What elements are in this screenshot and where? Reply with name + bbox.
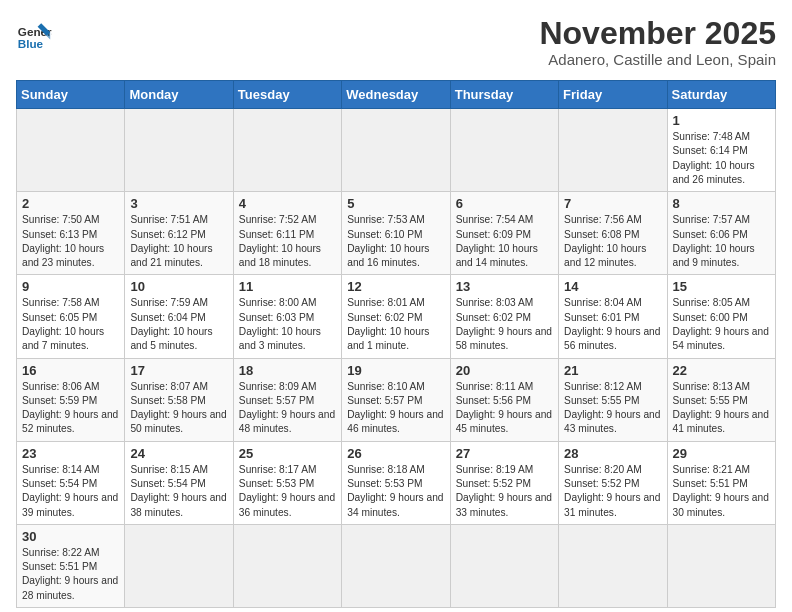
weekday-header-wednesday: Wednesday <box>342 81 450 109</box>
calendar-cell: 5Sunrise: 7:53 AMSunset: 6:10 PMDaylight… <box>342 192 450 275</box>
day-info: Sunrise: 8:18 AMSunset: 5:53 PMDaylight:… <box>347 464 443 518</box>
calendar-cell <box>17 109 125 192</box>
day-info: Sunrise: 8:07 AMSunset: 5:58 PMDaylight:… <box>130 381 226 435</box>
day-number: 10 <box>130 279 227 294</box>
day-number: 25 <box>239 446 336 461</box>
calendar-cell: 14Sunrise: 8:04 AMSunset: 6:01 PMDayligh… <box>559 275 667 358</box>
weekday-header-friday: Friday <box>559 81 667 109</box>
day-number: 9 <box>22 279 119 294</box>
day-info: Sunrise: 8:17 AMSunset: 5:53 PMDaylight:… <box>239 464 335 518</box>
calendar-cell: 15Sunrise: 8:05 AMSunset: 6:00 PMDayligh… <box>667 275 775 358</box>
day-info: Sunrise: 8:09 AMSunset: 5:57 PMDaylight:… <box>239 381 335 435</box>
calendar-cell: 20Sunrise: 8:11 AMSunset: 5:56 PMDayligh… <box>450 358 558 441</box>
day-number: 1 <box>673 113 770 128</box>
day-info: Sunrise: 7:57 AMSunset: 6:06 PMDaylight:… <box>673 214 755 268</box>
weekday-header-sunday: Sunday <box>17 81 125 109</box>
day-info: Sunrise: 7:52 AMSunset: 6:11 PMDaylight:… <box>239 214 321 268</box>
day-info: Sunrise: 7:53 AMSunset: 6:10 PMDaylight:… <box>347 214 429 268</box>
day-number: 17 <box>130 363 227 378</box>
calendar-cell: 24Sunrise: 8:15 AMSunset: 5:54 PMDayligh… <box>125 441 233 524</box>
generalblue-logo-icon: General Blue <box>16 16 52 52</box>
day-info: Sunrise: 8:04 AMSunset: 6:01 PMDaylight:… <box>564 297 660 351</box>
calendar-cell: 26Sunrise: 8:18 AMSunset: 5:53 PMDayligh… <box>342 441 450 524</box>
day-number: 26 <box>347 446 444 461</box>
day-number: 13 <box>456 279 553 294</box>
calendar-cell: 27Sunrise: 8:19 AMSunset: 5:52 PMDayligh… <box>450 441 558 524</box>
calendar-cell <box>233 524 341 607</box>
calendar-cell <box>125 109 233 192</box>
day-info: Sunrise: 7:59 AMSunset: 6:04 PMDaylight:… <box>130 297 212 351</box>
day-info: Sunrise: 8:10 AMSunset: 5:57 PMDaylight:… <box>347 381 443 435</box>
weekday-header-thursday: Thursday <box>450 81 558 109</box>
day-info: Sunrise: 8:00 AMSunset: 6:03 PMDaylight:… <box>239 297 321 351</box>
day-number: 15 <box>673 279 770 294</box>
calendar-cell: 21Sunrise: 8:12 AMSunset: 5:55 PMDayligh… <box>559 358 667 441</box>
calendar-cell: 23Sunrise: 8:14 AMSunset: 5:54 PMDayligh… <box>17 441 125 524</box>
calendar-cell: 19Sunrise: 8:10 AMSunset: 5:57 PMDayligh… <box>342 358 450 441</box>
calendar-cell <box>342 524 450 607</box>
day-number: 11 <box>239 279 336 294</box>
logo: General Blue <box>16 16 52 52</box>
day-info: Sunrise: 8:14 AMSunset: 5:54 PMDaylight:… <box>22 464 118 518</box>
day-number: 28 <box>564 446 661 461</box>
day-info: Sunrise: 8:19 AMSunset: 5:52 PMDaylight:… <box>456 464 552 518</box>
calendar-cell: 10Sunrise: 7:59 AMSunset: 6:04 PMDayligh… <box>125 275 233 358</box>
calendar-cell <box>667 524 775 607</box>
calendar-cell: 18Sunrise: 8:09 AMSunset: 5:57 PMDayligh… <box>233 358 341 441</box>
calendar-cell: 29Sunrise: 8:21 AMSunset: 5:51 PMDayligh… <box>667 441 775 524</box>
day-number: 4 <box>239 196 336 211</box>
calendar-cell: 28Sunrise: 8:20 AMSunset: 5:52 PMDayligh… <box>559 441 667 524</box>
location-title: Adanero, Castille and Leon, Spain <box>539 51 776 68</box>
day-info: Sunrise: 8:13 AMSunset: 5:55 PMDaylight:… <box>673 381 769 435</box>
calendar-cell: 17Sunrise: 8:07 AMSunset: 5:58 PMDayligh… <box>125 358 233 441</box>
day-number: 16 <box>22 363 119 378</box>
day-info: Sunrise: 8:05 AMSunset: 6:00 PMDaylight:… <box>673 297 769 351</box>
calendar-cell: 1Sunrise: 7:48 AMSunset: 6:14 PMDaylight… <box>667 109 775 192</box>
day-info: Sunrise: 8:06 AMSunset: 5:59 PMDaylight:… <box>22 381 118 435</box>
calendar-cell: 7Sunrise: 7:56 AMSunset: 6:08 PMDaylight… <box>559 192 667 275</box>
day-number: 23 <box>22 446 119 461</box>
month-title: November 2025 <box>539 16 776 51</box>
day-info: Sunrise: 8:01 AMSunset: 6:02 PMDaylight:… <box>347 297 429 351</box>
day-number: 20 <box>456 363 553 378</box>
day-info: Sunrise: 8:15 AMSunset: 5:54 PMDaylight:… <box>130 464 226 518</box>
calendar-cell: 2Sunrise: 7:50 AMSunset: 6:13 PMDaylight… <box>17 192 125 275</box>
day-info: Sunrise: 8:20 AMSunset: 5:52 PMDaylight:… <box>564 464 660 518</box>
calendar-cell <box>559 109 667 192</box>
weekday-header-tuesday: Tuesday <box>233 81 341 109</box>
calendar-cell: 4Sunrise: 7:52 AMSunset: 6:11 PMDaylight… <box>233 192 341 275</box>
day-info: Sunrise: 7:54 AMSunset: 6:09 PMDaylight:… <box>456 214 538 268</box>
calendar-cell: 30Sunrise: 8:22 AMSunset: 5:51 PMDayligh… <box>17 524 125 607</box>
day-info: Sunrise: 8:03 AMSunset: 6:02 PMDaylight:… <box>456 297 552 351</box>
day-number: 21 <box>564 363 661 378</box>
calendar-cell: 9Sunrise: 7:58 AMSunset: 6:05 PMDaylight… <box>17 275 125 358</box>
calendar: SundayMondayTuesdayWednesdayThursdayFrid… <box>16 80 776 608</box>
day-info: Sunrise: 7:48 AMSunset: 6:14 PMDaylight:… <box>673 131 755 185</box>
calendar-cell: 25Sunrise: 8:17 AMSunset: 5:53 PMDayligh… <box>233 441 341 524</box>
calendar-cell <box>450 109 558 192</box>
calendar-cell: 13Sunrise: 8:03 AMSunset: 6:02 PMDayligh… <box>450 275 558 358</box>
day-number: 2 <box>22 196 119 211</box>
day-info: Sunrise: 7:56 AMSunset: 6:08 PMDaylight:… <box>564 214 646 268</box>
day-number: 14 <box>564 279 661 294</box>
day-number: 3 <box>130 196 227 211</box>
calendar-cell <box>450 524 558 607</box>
day-number: 12 <box>347 279 444 294</box>
day-number: 27 <box>456 446 553 461</box>
day-number: 18 <box>239 363 336 378</box>
day-info: Sunrise: 7:58 AMSunset: 6:05 PMDaylight:… <box>22 297 104 351</box>
calendar-cell: 6Sunrise: 7:54 AMSunset: 6:09 PMDaylight… <box>450 192 558 275</box>
calendar-cell: 12Sunrise: 8:01 AMSunset: 6:02 PMDayligh… <box>342 275 450 358</box>
day-number: 24 <box>130 446 227 461</box>
day-info: Sunrise: 7:50 AMSunset: 6:13 PMDaylight:… <box>22 214 104 268</box>
day-number: 6 <box>456 196 553 211</box>
day-info: Sunrise: 8:22 AMSunset: 5:51 PMDaylight:… <box>22 547 118 601</box>
calendar-cell <box>125 524 233 607</box>
calendar-cell <box>559 524 667 607</box>
day-number: 19 <box>347 363 444 378</box>
day-number: 29 <box>673 446 770 461</box>
day-number: 30 <box>22 529 119 544</box>
day-number: 7 <box>564 196 661 211</box>
day-number: 5 <box>347 196 444 211</box>
day-number: 22 <box>673 363 770 378</box>
